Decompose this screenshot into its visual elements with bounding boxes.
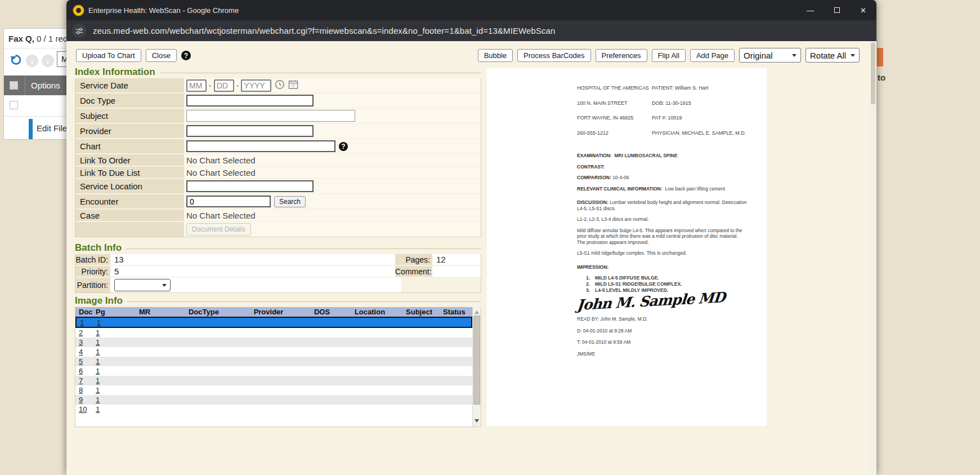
col-header-pg[interactable]: Pg (93, 307, 119, 317)
upload-to-chart-button[interactable]: Upload To Chart (76, 49, 141, 62)
calendar-icon[interactable] (288, 79, 298, 92)
encounter-input[interactable] (186, 196, 271, 207)
selection-accent-bar (29, 119, 33, 140)
doc-link[interactable]: 10 (75, 405, 93, 414)
clock-icon[interactable] (275, 79, 285, 92)
col-header-provider[interactable]: Provider (238, 307, 299, 317)
table-row[interactable]: 3 1 (75, 338, 472, 347)
pg-link[interactable]: 1 (95, 318, 120, 327)
col-header-doc[interactable]: Doc (75, 307, 93, 317)
pg-link[interactable]: 1 (93, 395, 119, 405)
url-text[interactable]: zeus.med-web.com/webchart/wctjosterman/w… (93, 26, 556, 35)
doc-link[interactable]: 8 (75, 385, 93, 395)
scrollbar-thumb[interactable] (473, 316, 480, 405)
minimize-button[interactable]: — (797, 0, 824, 20)
table-row[interactable]: 6 1 (75, 366, 472, 376)
divider (25, 76, 25, 95)
service-date-yyyy-input[interactable] (241, 79, 271, 92)
close-button[interactable]: Close (146, 49, 177, 62)
transcribed-line: T: 04-01-2010 at 9:59 AM (577, 339, 747, 345)
pg-link[interactable]: 1 (93, 376, 119, 385)
doc-link[interactable]: 7 (75, 376, 93, 385)
document-preview[interactable]: HOSPITAL OF THE AMERICAS 100 N. MAIN STR… (487, 68, 767, 426)
add-page-button[interactable]: Add Page (690, 49, 735, 62)
preferences-button[interactable]: Preferences (596, 49, 647, 62)
edit-file-item[interactable]: Edit File C (4, 117, 68, 140)
row-checkbox[interactable] (10, 101, 18, 109)
select-all-checkbox[interactable] (10, 81, 18, 90)
table-row-selected[interactable]: 1 1 (75, 317, 472, 328)
help-icon[interactable]: ? (181, 51, 191, 60)
zoom-select[interactable]: Original (739, 48, 801, 63)
site-settings-icon[interactable] (72, 24, 86, 38)
doc-type-input[interactable] (186, 95, 314, 106)
pg-link[interactable]: 1 (93, 328, 119, 338)
doc-link[interactable]: 2 (75, 328, 93, 338)
pg-link[interactable]: 1 (93, 366, 119, 376)
pg-link[interactable]: 1 (93, 405, 119, 414)
doc-link[interactable]: 6 (75, 366, 93, 376)
fax-queue-title-rest: 0 / 1 reco (34, 34, 68, 43)
process-barcodes-button[interactable]: Process BarCodes (517, 49, 590, 62)
hospital-street: 100 N. MAIN STREET (577, 100, 652, 106)
content-scrollbar[interactable] (870, 41, 876, 475)
col-header-mr[interactable]: MR (119, 307, 170, 317)
scrollbar-thumb[interactable] (871, 42, 875, 104)
refresh-icon[interactable] (8, 53, 23, 69)
doc-link[interactable]: 3 (75, 338, 93, 347)
chart-label: Chart (75, 139, 184, 153)
col-header-doctype[interactable]: DocType (170, 307, 238, 317)
batch-id-label: Batch ID: (75, 254, 110, 265)
encounter-search-button[interactable]: Search (274, 196, 306, 207)
col-header-subject[interactable]: Subject (395, 307, 443, 317)
doc-link[interactable]: 9 (75, 395, 93, 405)
impression-label: IMPRESSION: (577, 264, 608, 270)
rotate-all-select[interactable]: Rotate All (806, 48, 860, 63)
flip-all-button[interactable]: Flip All (652, 49, 686, 62)
service-date-dd-input[interactable] (214, 79, 234, 92)
col-header-dos[interactable]: DOS (299, 307, 344, 317)
patient-dob: DOB: 11-30-1915 (652, 100, 747, 106)
chart-help-icon[interactable]: ? (339, 142, 348, 151)
service-location-input[interactable] (186, 180, 314, 192)
pg-link[interactable]: 1 (93, 338, 119, 347)
pg-link[interactable]: 1 (93, 347, 119, 357)
table-row[interactable]: 2 1 (75, 328, 472, 338)
doc-link[interactable]: 1 (77, 318, 95, 327)
window-titlebar[interactable]: Enterprise Health: WebScan - Google Chro… (66, 0, 876, 20)
table-row[interactable]: 7 1 (75, 376, 472, 385)
table-row[interactable]: 5 1 (75, 357, 472, 366)
partition-select[interactable] (114, 279, 171, 291)
pg-link[interactable]: 1 (93, 357, 119, 366)
date-separator: - (209, 81, 212, 90)
subject-input[interactable] (186, 110, 355, 122)
scroll-up-icon[interactable] (475, 308, 479, 314)
table-scrollbar[interactable] (472, 307, 481, 427)
scroll-down-icon[interactable] (475, 419, 479, 425)
comparison-value: 10-4-06 (612, 175, 629, 180)
doc-link[interactable]: 5 (75, 357, 93, 366)
hospital-city: FORT WAYNE, IN 46825 (577, 115, 652, 121)
table-row[interactable]: 4 1 (75, 347, 472, 357)
service-date-mm-input[interactable] (186, 79, 207, 92)
table-row[interactable]: 10 1 (75, 405, 472, 414)
bubble-button[interactable]: Bubble (478, 49, 513, 62)
section-title: Image Info (75, 295, 123, 307)
maximize-button[interactable] (824, 0, 850, 20)
table-row[interactable]: 9 1 (75, 395, 472, 405)
col-header-location[interactable]: Location (344, 307, 395, 317)
close-window-button[interactable]: ✕ (850, 0, 876, 20)
next-button[interactable]: › (42, 55, 54, 67)
previous-button[interactable]: ‹ (26, 55, 38, 67)
provider-input[interactable] (186, 125, 314, 137)
priority-value: 5 (110, 266, 395, 277)
table-row[interactable]: 8 1 (75, 385, 472, 395)
col-header-status[interactable]: Status (443, 307, 464, 317)
divider (127, 301, 481, 302)
index-information-section: Index Information Service Date - - (75, 66, 481, 237)
chart-input[interactable] (186, 140, 335, 152)
examination-value: MRI LUMBOSACRAL SPINE (614, 153, 677, 158)
pg-link[interactable]: 1 (93, 385, 119, 395)
address-bar[interactable]: zeus.med-web.com/webchart/wctjosterman/w… (66, 20, 876, 41)
doc-link[interactable]: 4 (75, 347, 93, 357)
